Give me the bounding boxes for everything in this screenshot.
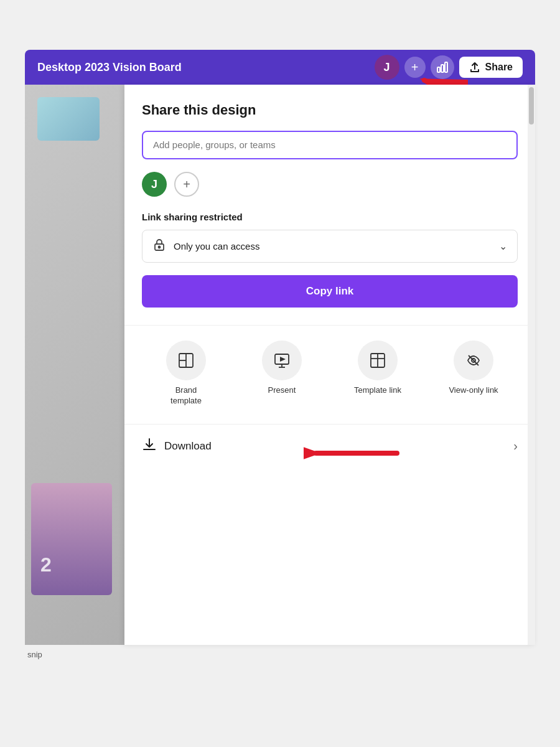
design-preview: 2 [25, 85, 124, 645]
main-area: 2 Share this design J + Link sharin [25, 85, 535, 645]
current-user-avatar: J [142, 172, 167, 197]
design-card-2: 2 [31, 483, 112, 595]
svg-point-5 [159, 247, 161, 248]
people-row: J + [142, 172, 518, 197]
design-card-1 [37, 97, 100, 141]
header-bar: Desktop 2023 Vision Board J + Share [25, 50, 535, 85]
svg-rect-3 [445, 62, 447, 72]
share-panel-title: Share this design [142, 102, 518, 118]
template-link-icon [369, 352, 386, 369]
user-avatar[interactable]: J [375, 55, 399, 80]
add-person-button[interactable]: + [174, 172, 199, 197]
brand-template-action[interactable]: Brandtemplate [142, 341, 230, 406]
header-actions: J + Share [375, 55, 523, 80]
view-only-link-icon [465, 352, 482, 369]
snip-label: snip [27, 650, 42, 659]
link-sharing-label: Link sharing restricted [142, 212, 518, 222]
download-left: Download [142, 437, 212, 456]
view-only-link-icon-circle [454, 341, 493, 380]
copy-link-button[interactable]: Copy link [142, 275, 518, 308]
download-label: Download [164, 440, 212, 453]
view-only-link-label: View-only link [449, 385, 498, 396]
chevron-down-icon: ⌄ [499, 240, 507, 252]
svg-marker-12 [280, 357, 286, 362]
add-collaborator-button[interactable]: + [404, 57, 426, 78]
search-input[interactable] [153, 139, 506, 150]
svg-rect-2 [441, 65, 444, 72]
share-button[interactable]: Share [459, 57, 523, 78]
template-link-action[interactable]: Template link [334, 341, 422, 406]
download-icon [142, 437, 157, 456]
brand-template-icon [177, 352, 195, 369]
action-grid: Brandtemplate Present [142, 341, 518, 406]
design-number: 2 [40, 553, 52, 576]
lock-icon [152, 238, 166, 255]
brand-template-label: Brandtemplate [170, 385, 202, 406]
scrollbar-thumb [529, 87, 534, 125]
stats-button[interactable] [431, 55, 454, 79]
access-text: Only you can access [174, 241, 259, 251]
present-action[interactable]: Present [238, 341, 326, 406]
share-panel: Share this design J + Link sharing restr… [124, 85, 535, 645]
design-title: Desktop 2023 Vision Board [37, 61, 182, 74]
brand-template-icon-circle [166, 341, 206, 380]
svg-rect-1 [437, 67, 440, 72]
template-link-icon-circle [358, 341, 398, 380]
chevron-right-icon: › [513, 439, 518, 453]
present-icon-circle [262, 341, 302, 380]
divider-2 [124, 424, 535, 425]
download-row[interactable]: Download › [142, 437, 518, 468]
divider-1 [124, 325, 535, 326]
template-link-label: Template link [354, 385, 401, 396]
scrollbar[interactable] [528, 85, 535, 645]
access-dropdown[interactable]: Only you can access ⌄ [142, 230, 518, 263]
search-input-wrapper[interactable] [142, 131, 518, 159]
access-dropdown-left: Only you can access [152, 238, 259, 255]
present-label: Present [268, 385, 296, 396]
view-only-link-action[interactable]: View-only link [429, 341, 518, 406]
present-icon [273, 352, 291, 369]
